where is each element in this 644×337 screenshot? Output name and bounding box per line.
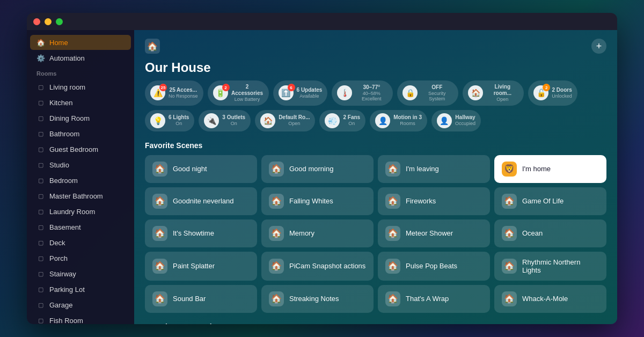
status-pill-4[interactable]: 🔒 OFF Security System xyxy=(397,80,458,106)
maximize-button[interactable] xyxy=(56,18,63,25)
status-pill-6[interactable]: 🔓2 2 Doors Unlocked xyxy=(528,80,577,106)
room-icon: ▢ xyxy=(36,176,45,185)
status-pill-5[interactable]: 🏠 Living room... Open xyxy=(463,80,524,106)
scene-fireworks[interactable]: 🏠 Fireworks xyxy=(378,187,490,215)
scene-good-morning[interactable]: 🏠 Good morning xyxy=(261,155,374,183)
scene-icon-im-leaving: 🏠 xyxy=(385,162,400,177)
scene-thats-a-wrap[interactable]: 🏠 That's A Wrap xyxy=(378,285,490,313)
scene-icon-falling-whites: 🏠 xyxy=(269,194,284,209)
sidebar-item-bedroom[interactable]: ▢ Bedroom xyxy=(30,173,131,188)
sidebar-item-deck[interactable]: ▢ Deck xyxy=(30,235,131,250)
sidebar-item-home[interactable]: 🏠 Home xyxy=(30,35,131,50)
room-icon: ▢ xyxy=(36,223,45,231)
scene-im-home[interactable]: 🦁 I'm home xyxy=(494,155,606,183)
room-icon: ▢ xyxy=(36,145,45,153)
scene-memory[interactable]: 🏠 Memory xyxy=(261,219,374,247)
scene-label-streaking-notes: Streaking Notes xyxy=(289,295,339,303)
scene-meteor-shower[interactable]: 🏠 Meteor Shower xyxy=(378,219,490,247)
close-button[interactable] xyxy=(33,18,40,25)
room-icon: ▢ xyxy=(36,98,45,107)
scene-paint-splatter[interactable]: 🏠 Paint Splatter xyxy=(145,252,257,281)
scene-label-picam-snapshot: PiCam Snapshot actions xyxy=(289,262,365,270)
breadcrumb-icon[interactable]: 🏠 xyxy=(145,39,160,54)
scene-icon-good-morning: 🏠 xyxy=(269,162,284,177)
scene-whack-a-mole[interactable]: 🏠 Whack-A-Mole xyxy=(494,285,606,313)
scene-icon-paint-splatter: 🏠 xyxy=(152,259,167,274)
sidebar-item-kitchen[interactable]: ▢ Kitchen xyxy=(30,95,131,110)
scene-label-memory: Memory xyxy=(289,229,314,237)
sidebar-item-living-room[interactable]: ▢ Living room xyxy=(30,79,131,94)
scene-im-leaving[interactable]: 🏠 I'm leaving xyxy=(378,155,490,183)
scene-picam-snapshot[interactable]: 🏠 PiCam Snapshot actions xyxy=(261,252,374,281)
room-icon: ▢ xyxy=(36,285,45,294)
scene-icon-fireworks: 🏠 xyxy=(385,194,400,209)
room-label: Laundry Room xyxy=(49,208,95,216)
room-label: Studio xyxy=(49,161,69,169)
status-icon-6: 🔓2 xyxy=(533,85,548,100)
status-pill-9[interactable]: 🏠 Default Ro... Open xyxy=(255,110,315,131)
status-icon-11: 👤 xyxy=(375,113,390,128)
scene-icon-ocean: 🏠 xyxy=(502,226,517,241)
sidebar-item-studio[interactable]: ▢ Studio xyxy=(30,157,131,172)
room-label: Guest Bedroom xyxy=(49,145,98,153)
status-pill-8[interactable]: 🔌 3 Outlets On xyxy=(199,110,251,131)
status-pill-2[interactable]: ⬆️6 6 Updates Available xyxy=(273,80,328,106)
scene-icon-goodnite-neverland: 🏠 xyxy=(152,194,167,209)
status-pill-3[interactable]: 🌡️ 30–77° 40–58% Excellent xyxy=(332,80,393,106)
status-text-11: Motion in 3 Rooms xyxy=(393,114,422,127)
scene-icon-im-home: 🦁 xyxy=(502,162,517,177)
sidebar-item-guest-bedroom[interactable]: ▢ Guest Bedroom xyxy=(30,142,131,157)
scene-good-night[interactable]: 🏠 Good night xyxy=(145,155,257,183)
room-icon: ▢ xyxy=(36,83,45,91)
sidebar-item-parking-lot[interactable]: ▢ Parking Lot xyxy=(30,282,131,297)
status-text-10: 2 Fans On xyxy=(343,114,360,127)
status-text-0: 25 Acces... No Response xyxy=(169,87,198,99)
scene-pulse-pop-beats[interactable]: 🏠 Pulse Pop Beats xyxy=(378,252,490,281)
sidebar-item-porch[interactable]: ▢ Porch xyxy=(30,251,131,266)
status-text-2: 6 Updates Available xyxy=(297,87,323,99)
sidebar-item-stairway[interactable]: ▢ Stairway xyxy=(30,266,131,281)
scene-streaking-notes[interactable]: 🏠 Streaking Notes xyxy=(261,285,374,313)
scene-label-good-night: Good night xyxy=(173,165,207,173)
status-pill-11[interactable]: 👤 Motion in 3 Rooms xyxy=(370,110,427,131)
status-pill-1[interactable]: 🔋2 2 Accessories Low Battery xyxy=(208,80,269,106)
scene-icon-meteor-shower: 🏠 xyxy=(385,226,400,241)
scene-ocean[interactable]: 🏠 Ocean xyxy=(494,219,606,247)
scene-icon-thats-a-wrap: 🏠 xyxy=(385,291,400,306)
add-button[interactable]: + xyxy=(591,39,606,54)
sidebar-item-bathroom[interactable]: ▢ Bathroom xyxy=(30,126,131,141)
status-text-6: 2 Doors Unlocked xyxy=(552,87,572,99)
room-label: Garage xyxy=(49,301,72,309)
room-icon: ▢ xyxy=(36,192,45,200)
scene-its-showtime[interactable]: 🏠 It's Showtime xyxy=(145,219,257,247)
room-icon: ▢ xyxy=(36,301,45,309)
room-icon: ▢ xyxy=(36,316,45,324)
room-label: Stairway xyxy=(49,270,76,278)
status-pill-7[interactable]: 💡 6 Lights On xyxy=(145,110,194,131)
sidebar-item-laundry-room[interactable]: ▢ Laundry Room xyxy=(30,204,131,219)
status-pill-10[interactable]: 💨 2 Fans On xyxy=(319,110,365,131)
status-text-9: Default Ro... Open xyxy=(279,114,310,127)
scenes-grid: 🏠 Good night 🏠 Good morning 🏠 I'm leavin… xyxy=(145,155,606,313)
scene-falling-whites[interactable]: 🏠 Falling Whites xyxy=(261,187,374,215)
sidebar-item-master-bathroom[interactable]: ▢ Master Bathroom xyxy=(30,188,131,203)
status-pill-0[interactable]: ⚠️25 25 Acces... No Response xyxy=(145,80,203,106)
room-label: Parking Lot xyxy=(49,285,85,294)
status-text-12: Hallway Occupied xyxy=(455,114,475,127)
scene-sound-bar[interactable]: 🏠 Sound Bar xyxy=(145,285,257,313)
content-area: 🏠 Home ⚙️ Automation Rooms ▢ Living room… xyxy=(27,30,617,324)
minimize-button[interactable] xyxy=(45,18,52,25)
sidebar-item-basement[interactable]: ▢ Basement xyxy=(30,219,131,235)
sidebar-item-garage[interactable]: ▢ Garage xyxy=(30,297,131,312)
scene-label-sound-bar: Sound Bar xyxy=(173,295,206,303)
sidebar-item-dining-room[interactable]: ▢ Dining Room xyxy=(30,111,131,126)
scene-game-of-life[interactable]: 🏠 Game Of Life xyxy=(494,187,606,215)
scene-goodnite-neverland[interactable]: 🏠 Goodnite neverland xyxy=(145,187,257,215)
status-pill-12[interactable]: 👤 Hallway Occupied xyxy=(431,110,481,131)
favorite-scenes-label: Favorite Scenes xyxy=(145,141,606,150)
accessories-section: Favorite Accessories 🔓 Living room Front… xyxy=(145,323,606,324)
scene-label-ocean: Ocean xyxy=(522,229,543,237)
sidebar-item-fish-room[interactable]: ▢ Fish Room xyxy=(30,313,131,324)
scene-rhythmic-northern[interactable]: 🏠 Rhythmic Northern Lights xyxy=(494,252,606,281)
sidebar-item-automation[interactable]: ⚙️ Automation xyxy=(30,50,131,65)
